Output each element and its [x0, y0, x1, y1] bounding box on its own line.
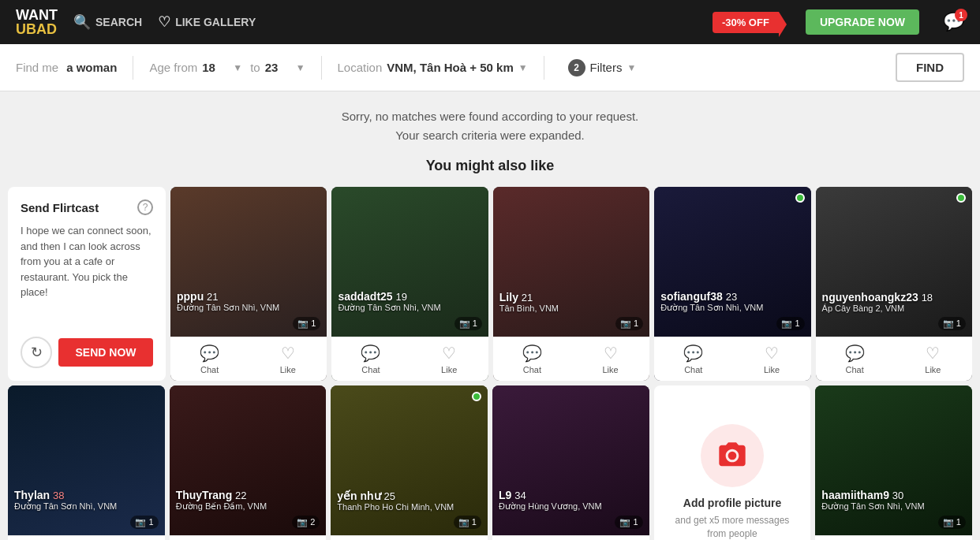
age-from-select[interactable]: 18	[202, 61, 228, 74]
photo-count-9: 📷 1	[938, 516, 966, 529]
online-indicator-7	[472, 392, 481, 401]
profile-image-container-4: nguyenhoangkz23 18 Áp Cây Bàng 2, VNM 📷 …	[816, 187, 972, 337]
chat-button-7[interactable]: 💬 Chat	[331, 536, 409, 540]
profile-name-9: haamiitham9 30	[821, 489, 966, 501]
chat-button-4[interactable]: 💬 Chat	[816, 337, 894, 381]
like-button-8[interactable]: ♡ Like	[570, 536, 649, 540]
profile-card-6: ThuyTrang 22 Đường Bến Đầm, VNM 📷 2 💬 Ch…	[170, 385, 327, 540]
like-button-6[interactable]: ♡ Like	[248, 536, 326, 540]
like-button-4[interactable]: ♡ Like	[894, 337, 972, 381]
photo-count-0: 📷 1	[293, 317, 320, 330]
profile-image-0	[170, 187, 327, 337]
like-button-2[interactable]: ♡ Like	[571, 337, 649, 381]
profile-image-container-5: Thylan 38 Đường Tân Sơn Nhì, VNM 📷 1	[8, 385, 165, 535]
logo-want: WANT	[16, 8, 58, 22]
like-button-5[interactable]: ♡ Like	[86, 536, 164, 540]
age-to-select[interactable]: 23	[265, 61, 291, 74]
chat-button-5[interactable]: 💬 Chat	[8, 536, 86, 540]
profile-card-4: nguyenhoangkz23 18 Áp Cây Bàng 2, VNM 📷 …	[816, 187, 972, 381]
no-matches-message: Sorry, no matches were found according t…	[8, 107, 972, 145]
profile-location-5: Đường Tân Sơn Nhì, VNM	[14, 501, 159, 512]
like-label-3: Like	[764, 365, 780, 374]
profile-image-container-3: sofianguf38 23 Đường Tân Sơn Nhì, VNM 📷 …	[654, 187, 810, 337]
profile-actions-5: 💬 Chat ♡ Like	[8, 535, 165, 540]
profile-actions-9: 💬 Chat ♡ Like	[815, 535, 972, 540]
profile-image-container-9: haamiitham9 30 Đường Tân Sơn Nhì, VNM 📷 …	[815, 385, 972, 535]
chat-button-0[interactable]: 💬 Chat	[170, 337, 249, 381]
like-label-2: Like	[603, 365, 619, 374]
profile-image-7	[331, 385, 488, 535]
profile-info-3: sofianguf38 23 Đường Tân Sơn Nhì, VNM	[654, 290, 810, 313]
profile-name-5: Thylan 38	[14, 489, 159, 501]
profile-image-5	[8, 385, 165, 535]
help-icon[interactable]: ?	[137, 199, 153, 215]
heart-icon-4: ♡	[926, 344, 940, 363]
send-now-button[interactable]: SEND NOW	[58, 338, 153, 367]
you-might-like-heading: You might also like	[8, 158, 972, 174]
profile-image-3	[654, 187, 810, 337]
chat-label-3: Chat	[684, 365, 702, 374]
profile-actions-2: 💬 Chat ♡ Like	[493, 337, 649, 381]
logo: WANT UBAD	[16, 8, 58, 36]
age-from-group: Age from 18 ▼	[149, 61, 242, 74]
profile-actions-7: 💬 Chat ♡ Like	[331, 535, 488, 540]
header: WANT UBAD 🔍 SEARCH ♡ LIKE GALLERY -30% O…	[0, 0, 980, 44]
find-me-label: Find me	[16, 61, 58, 74]
chat-button-2[interactable]: 💬 Chat	[493, 337, 571, 381]
camera-icon	[701, 424, 764, 487]
filters-button[interactable]: 2 Filters ▼	[568, 59, 637, 76]
like-label-1: Like	[441, 365, 457, 374]
location-value[interactable]: VNM, Tân Hoà + 50 km	[387, 61, 513, 74]
flirtcast-card: Send Flirtcast ? I hope we can connect s…	[8, 187, 166, 381]
chat-label-1: Chat	[361, 365, 380, 374]
search-button[interactable]: 🔍 SEARCH	[73, 13, 142, 31]
profile-image-9	[815, 385, 972, 535]
age-to-label: to	[250, 61, 260, 74]
chat-button-8[interactable]: 💬 Chat	[492, 536, 570, 540]
profile-card-8: L9 34 Đường Hùng Vương, VNM 📷 1 💬 Chat ♡…	[492, 385, 649, 540]
refresh-button[interactable]: ↻	[21, 337, 52, 368]
profile-info-8: L9 34 Đường Hùng Vương, VNM	[492, 489, 649, 512]
divider3	[544, 56, 544, 80]
search-bar: Find me a woman Age from 18 ▼ to 23 ▼ Lo…	[0, 44, 980, 91]
profile-location-6: Đường Bến Đầm, VNM	[176, 501, 320, 512]
profile-image-8	[492, 385, 649, 535]
location-group: Location VNM, Tân Hoà + 50 km ▼	[338, 61, 528, 74]
age-from-label: Age from	[149, 61, 197, 74]
add-photo-card[interactable]: Add profile picture and get x5 more mess…	[654, 385, 811, 540]
profile-name-2: Lily 21	[499, 291, 643, 304]
profile-location-9: Đường Tân Sơn Nhì, VNM	[821, 501, 966, 512]
photo-count-7: 📷 1	[454, 516, 481, 529]
chat-button-9[interactable]: 💬 Chat	[815, 536, 893, 540]
find-me-value[interactable]: a woman	[66, 61, 117, 74]
profile-info-1: saddadt25 19 Đường Tân Sơn Nhì, VNM	[331, 290, 488, 313]
like-button-0[interactable]: ♡ Like	[249, 337, 327, 381]
profile-location-1: Đường Tân Sơn Nhì, VNM	[338, 303, 481, 313]
like-button-1[interactable]: ♡ Like	[410, 337, 488, 381]
no-matches-line2: Your search criteria were expanded.	[8, 126, 972, 145]
main-content: Sorry, no matches were found according t…	[0, 91, 980, 540]
profile-image-4	[816, 187, 972, 337]
online-indicator-3	[795, 193, 805, 203]
chat-button-3[interactable]: 💬 Chat	[654, 337, 732, 381]
like-gallery-button[interactable]: ♡ LIKE GALLERY	[158, 13, 256, 31]
discount-badge: -30% OFF	[713, 12, 779, 33]
like-button-3[interactable]: ♡ Like	[732, 337, 810, 381]
photo-count-4: 📷 1	[938, 317, 966, 330]
upgrade-button[interactable]: UPGRADE NOW	[806, 9, 919, 35]
notifications-button[interactable]: 💬 1	[943, 12, 964, 32]
find-button[interactable]: FIND	[896, 53, 964, 82]
like-button-7[interactable]: ♡ Like	[410, 536, 488, 540]
like-button-9[interactable]: ♡ Like	[894, 536, 972, 540]
profile-location-4: Áp Cây Bàng 2, VNM	[822, 304, 966, 313]
profile-age-0: 21	[207, 291, 218, 303]
divider	[133, 56, 133, 80]
profile-image-container-0: pppu 21 Đường Tân Sơn Nhì, VNM 📷 1	[170, 187, 327, 337]
profile-location-7: Thanh Pho Ho Chi Minh, VNM	[337, 502, 481, 512]
flirtcast-actions: ↻ SEND NOW	[21, 337, 153, 368]
profile-name-8: L9 34	[499, 489, 643, 501]
chat-button-1[interactable]: 💬 Chat	[331, 337, 410, 381]
photo-count-3: 📷 1	[776, 317, 804, 330]
profiles-grid-row2: Thylan 38 Đường Tân Sơn Nhì, VNM 📷 1 💬 C…	[8, 385, 972, 540]
chat-button-6[interactable]: 💬 Chat	[170, 536, 248, 540]
